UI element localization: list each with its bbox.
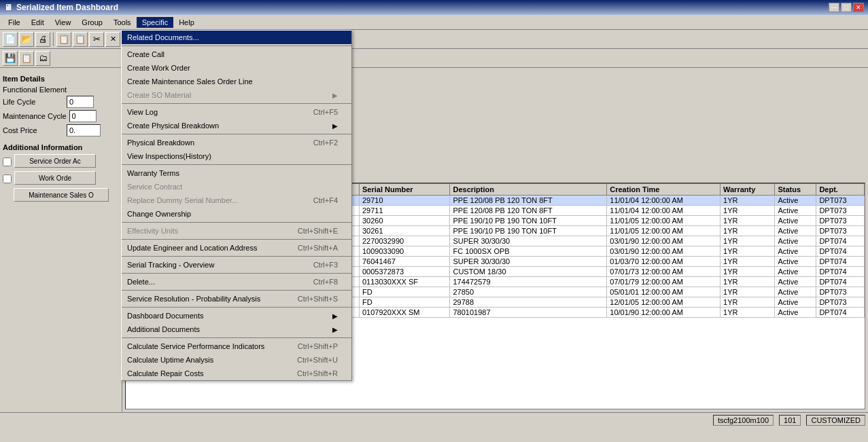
col-creation: Creation Time — [607, 184, 721, 196]
menu-separator — [122, 164, 351, 165]
menu-item-related-documents-[interactable]: Related Documents... — [122, 31, 351, 44]
toolbar-new[interactable]: 📄 — [3, 32, 18, 47]
submenu-arrow-icon: ▶ — [332, 326, 338, 333]
status-code: 101 — [779, 415, 801, 426]
maintenance-sales-button[interactable]: Maintenance Sales O — [14, 188, 109, 202]
status-server: tscfg2100m100 — [713, 415, 774, 426]
submenu-arrow-icon: ▶ — [332, 92, 338, 99]
toolbar2-folder[interactable]: 🗂 — [35, 51, 50, 66]
menu-file[interactable]: File — [3, 17, 26, 28]
cost-price-label: Cost Price — [3, 126, 64, 134]
work-order-checkbox[interactable] — [3, 174, 12, 183]
left-panel: Item Details Functional Element Life Cyc… — [0, 68, 122, 412]
menu-shortcut: Ctrl+Shift+E — [298, 227, 338, 235]
col-status: Status — [775, 184, 816, 196]
menu-separator — [122, 273, 351, 274]
menu-item-service-resolution-probability[interactable]: Service Resolution - Probability Analysi… — [122, 292, 351, 306]
col-description: Description — [450, 184, 607, 196]
maintenance-sales-row: Maintenance Sales O — [3, 188, 119, 203]
title-bar: 🖥 Serialized Item Dashboard — □ ✕ — [0, 0, 868, 15]
cost-price-row: Cost Price — [3, 124, 119, 136]
menu-item-effectivity-units: Effectivity UnitsCtrl+Shift+E — [122, 224, 351, 238]
app-icon: 🖥 — [4, 3, 12, 12]
specific-dropdown-menu: Related Documents...Create CallCreate Wo… — [121, 30, 352, 381]
menu-bar: File Edit View Group Tools Specific Help — [0, 15, 868, 30]
service-order-row: Service Order Ac — [3, 154, 119, 169]
menu-item-update-engineer-and-location-a[interactable]: Update Engineer and Location AddressCtrl… — [122, 241, 351, 255]
menu-separator — [122, 222, 351, 223]
menu-item-physical-breakdown[interactable]: Physical BreakdownCtrl+F2 — [122, 136, 351, 149]
menu-item-change-ownership[interactable]: Change Ownership — [122, 207, 351, 221]
functional-element-row: Functional Element — [3, 86, 119, 94]
maintenance-cycle-row: Maintenance Cycle — [3, 110, 119, 122]
service-order-button[interactable]: Service Order Ac — [14, 154, 96, 168]
menu-shortcut: Ctrl+Shift+R — [297, 369, 338, 377]
functional-element-label: Functional Element — [3, 86, 67, 94]
cost-price-input[interactable] — [67, 124, 101, 136]
menu-shortcut: Ctrl+F8 — [313, 278, 338, 286]
menu-item-create-work-order[interactable]: Create Work Order — [122, 61, 351, 75]
menu-item-create-physical-breakdown[interactable]: Create Physical Breakdown▶ — [122, 119, 351, 132]
toolbar-print[interactable]: 🖨 — [35, 32, 50, 47]
menu-separator — [122, 45, 351, 46]
window-controls[interactable]: — □ ✕ — [829, 3, 864, 12]
menu-item-calculate-repair-costs[interactable]: Calculate Repair CostsCtrl+Shift+R — [122, 367, 351, 380]
menu-item-delete-[interactable]: Delete...Ctrl+F8 — [122, 275, 351, 289]
menu-item-create-maintenance-sales-order[interactable]: Create Maintenance Sales Order Line — [122, 75, 351, 88]
toolbar-paste[interactable]: 📋 — [73, 32, 88, 47]
close-button[interactable]: ✕ — [853, 3, 864, 12]
status-mode: CUSTOMIZED — [806, 415, 865, 426]
menu-item-warranty-terms[interactable]: Warranty Terms — [122, 166, 351, 180]
minimize-button[interactable]: — — [829, 3, 839, 12]
menu-item-dashboard-documents[interactable]: Dashboard Documents▶ — [122, 309, 351, 323]
toolbar2-copy[interactable]: 📋 — [19, 51, 34, 66]
menu-separator — [122, 337, 351, 338]
maximize-button[interactable]: □ — [841, 3, 852, 12]
menu-item-serial-tracking-overview[interactable]: Serial Tracking - OverviewCtrl+F3 — [122, 258, 351, 272]
col-serial: Serial Number — [359, 184, 449, 196]
menu-shortcut: Ctrl+F2 — [313, 139, 338, 147]
toolbar-cut[interactable]: ✂ — [89, 32, 104, 47]
menu-item-service-contract: Service Contract — [122, 180, 351, 194]
item-details-header: Item Details — [3, 75, 119, 83]
window-title: Serialized Item Dashboard — [16, 3, 118, 12]
submenu-arrow-icon: ▶ — [332, 122, 338, 130]
menu-view[interactable]: View — [50, 17, 77, 28]
toolbar2-save[interactable]: 💾 — [3, 51, 18, 66]
maintenance-cycle-input[interactable] — [69, 110, 97, 122]
toolbar-copy[interactable]: 📋 — [56, 32, 71, 47]
maintenance-cycle-label: Maintenance Cycle — [3, 112, 67, 120]
menu-item-calculate-uptime-analysis[interactable]: Calculate Uptime AnalysisCtrl+Shift+U — [122, 353, 351, 367]
col-dept: Dept. — [816, 184, 865, 196]
toolbar-open[interactable]: 📂 — [19, 32, 34, 47]
menu-item-create-call[interactable]: Create Call — [122, 48, 351, 61]
menu-separator — [122, 239, 351, 240]
toolbar-delete[interactable]: ✕ — [105, 32, 120, 47]
menu-separator — [122, 290, 351, 291]
menu-shortcut: Ctrl+F4 — [313, 196, 338, 204]
menu-item-replace-dummy-serial-number-: Replace Dummy Serial Number...Ctrl+F4 — [122, 194, 351, 207]
col-warranty: Warranty — [721, 184, 775, 196]
menu-separator — [122, 134, 351, 134]
service-order-checkbox[interactable] — [3, 158, 12, 166]
menu-shortcut: Ctrl+Shift+P — [298, 342, 338, 350]
menu-item-view-inspections-history-[interactable]: View Inspections(History) — [122, 149, 351, 163]
menu-item-view-log[interactable]: View LogCtrl+F5 — [122, 105, 351, 119]
menu-edit[interactable]: Edit — [26, 17, 50, 28]
menu-shortcut: Ctrl+Shift+U — [297, 356, 338, 364]
menu-separator — [122, 256, 351, 257]
lifecycle-label: Life Cycle — [3, 98, 64, 106]
work-order-button[interactable]: Work Orde — [14, 171, 96, 185]
menu-item-create-so-material: Create SO Material▶ — [122, 88, 351, 102]
status-bar: tscfg2100m100 101 CUSTOMIZED — [0, 412, 868, 427]
menu-item-calculate-service-performance-[interactable]: Calculate Service Performance Indicators… — [122, 339, 351, 353]
submenu-arrow-icon: ▶ — [332, 312, 338, 320]
menu-item-additional-documents[interactable]: Additional Documents▶ — [122, 323, 351, 336]
menu-shortcut: Ctrl+Shift+A — [298, 244, 338, 252]
lifecycle-input[interactable] — [67, 96, 94, 108]
menu-group[interactable]: Group — [76, 17, 108, 28]
menu-help[interactable]: Help — [173, 17, 200, 28]
menu-shortcut: Ctrl+Shift+S — [298, 295, 338, 303]
menu-tools[interactable]: Tools — [108, 17, 137, 28]
menu-specific[interactable]: Specific — [137, 17, 174, 28]
